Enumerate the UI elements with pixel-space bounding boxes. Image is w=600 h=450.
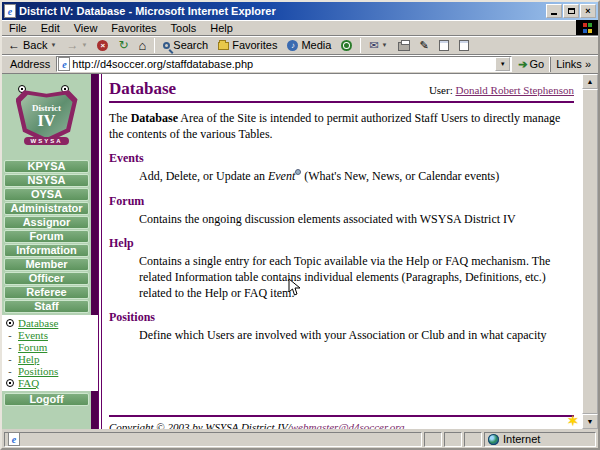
close-button[interactable]: × — [580, 4, 596, 18]
discuss-button[interactable] — [435, 39, 453, 52]
submenu-link-positions[interactable]: Positions — [18, 365, 58, 377]
sidebar-item-administrator[interactable]: Administrator — [4, 202, 89, 215]
intro-paragraph: The Database Area of the Site is intende… — [109, 110, 574, 142]
logo-iv-text: IV — [38, 113, 56, 128]
home-button[interactable]: ⌂ — [134, 38, 150, 53]
menu-edit[interactable]: Edit — [34, 21, 67, 35]
print-icon — [398, 42, 410, 51]
media-icon: ♪ — [287, 40, 298, 51]
starburst-icon: ✶ — [566, 414, 579, 428]
sidebar-item-nsysa[interactable]: NSYSA — [4, 174, 89, 187]
menu-help[interactable]: Help — [203, 21, 240, 35]
user-name-link[interactable]: Donald Robert Stephenson — [455, 84, 574, 96]
address-input[interactable] — [70, 58, 495, 70]
browser-viewport: District IV WSYSA KPYSA NSYSA OYSA Admin… — [2, 74, 598, 429]
search-button[interactable]: Search — [159, 38, 212, 52]
submenu-row: - Forum — [2, 341, 98, 353]
history-button[interactable] — [337, 39, 356, 52]
user-line: User: Donald Robert Stephenson — [429, 84, 574, 96]
media-label: Media — [301, 39, 331, 51]
soccer-ball-bullet-icon — [6, 379, 14, 387]
sidebar-item-logoff[interactable]: Logoff — [4, 393, 89, 406]
history-icon — [341, 40, 352, 51]
sidebar-item-oysa[interactable]: OYSA — [4, 188, 89, 201]
submenu-row: - Positions — [2, 365, 98, 377]
webmaster-email-link[interactable]: webmaster@d4soccer.org — [291, 421, 405, 429]
forward-dropdown-icon: ▼ — [81, 42, 87, 48]
edit-button[interactable]: ✎ — [416, 38, 433, 53]
dash-bullet: - — [2, 342, 18, 353]
menu-file[interactable]: File — [2, 21, 34, 35]
mail-icon: ✉ — [369, 39, 378, 52]
media-button[interactable]: ♪ Media — [283, 38, 335, 52]
menu-tools[interactable]: Tools — [164, 21, 204, 35]
sidebar-item-kpysa[interactable]: KPYSA — [4, 160, 89, 173]
submenu-link-database[interactable]: Database — [18, 317, 58, 329]
section-events: Events Add, Delete, or Update an Event (… — [109, 151, 574, 184]
menu-view[interactable]: View — [67, 21, 105, 35]
sidebar-item-staff[interactable]: Staff — [4, 300, 89, 313]
soccer-ball-bullet-icon — [6, 319, 14, 327]
discuss-icon — [439, 40, 449, 51]
intro-bold: Database — [131, 111, 178, 125]
section-heading: Positions — [109, 310, 574, 325]
sidebar-item-member[interactable]: Member — [4, 258, 89, 271]
submenu-link-help[interactable]: Help — [18, 353, 39, 365]
copyright-text: Copyright © 2003 by WSYSA District IV/ — [109, 421, 291, 429]
menu-bar: File Edit View Favorites Tools Help — [2, 20, 598, 36]
toolbar-separator — [154, 38, 155, 53]
sidebar-nav: KPYSA NSYSA OYSA Administrator Assignor … — [2, 158, 98, 315]
back-dropdown-icon: ▼ — [50, 42, 56, 48]
address-dropdown-button[interactable]: ▼ — [495, 57, 510, 71]
sidebar-item-officer[interactable]: Officer — [4, 272, 89, 285]
status-bar: e Internet — [2, 429, 598, 448]
toolbar-separator — [360, 38, 361, 53]
flag-green — [588, 23, 592, 27]
address-box: e ▼ — [56, 56, 512, 72]
go-button[interactable]: ➔ Go — [512, 58, 550, 71]
sidebar-item-information[interactable]: Information — [4, 244, 89, 257]
page-footer: Copyright © 2003 by WSYSA District IV/we… — [109, 415, 574, 429]
submenu-link-faq[interactable]: FAQ — [18, 377, 39, 389]
submenu-row: Database — [2, 317, 98, 329]
stop-button[interactable]: × — [93, 39, 112, 52]
sidebar-item-forum[interactable]: Forum — [4, 230, 89, 243]
sidebar-item-assignor[interactable]: Assignor — [4, 216, 89, 229]
flag-yellow — [588, 29, 592, 33]
security-zone-pane: Internet — [484, 432, 596, 447]
forward-button[interactable]: → ▼ — [62, 38, 91, 52]
logo-banner-text: WSYSA — [24, 137, 68, 145]
back-button[interactable]: ← Back ▼ — [4, 38, 60, 52]
status-pane — [444, 432, 462, 447]
submenu-link-forum[interactable]: Forum — [18, 341, 47, 353]
section-forum: Forum Contains the ongoing discussion el… — [109, 194, 574, 227]
windows-throbber-icon — [576, 20, 598, 35]
print-button[interactable] — [394, 38, 414, 52]
toolbar: ← Back ▼ → ▼ × ↻ ⌂ Search Favorites ♪ Me… — [2, 36, 598, 55]
favorites-button[interactable]: Favorites — [214, 38, 281, 52]
submenu-link-events[interactable]: Events — [18, 329, 48, 341]
mail-button[interactable]: ✉ ▼ — [365, 38, 391, 53]
zone-label: Internet — [503, 433, 540, 445]
back-icon: ← — [8, 39, 20, 51]
go-label: Go — [530, 58, 545, 70]
page-content: Database User: Donald Robert Stephenson … — [98, 74, 582, 429]
menu-favorites[interactable]: Favorites — [104, 21, 163, 35]
sidebar-item-referee[interactable]: Referee — [4, 286, 89, 299]
scroll-up-button[interactable]: ▲ — [582, 74, 598, 89]
status-page-icon: e — [8, 432, 20, 446]
minimize-button[interactable] — [546, 4, 562, 18]
flag-blue — [583, 29, 587, 33]
url-page-icon: e — [58, 57, 70, 71]
section-heading: Help — [109, 236, 574, 251]
messenger-button[interactable] — [455, 39, 473, 52]
ie-document-icon: e — [4, 4, 16, 18]
links-button[interactable]: Links » — [550, 57, 596, 72]
vertical-scrollbar: ▲ ▼ — [582, 74, 598, 429]
refresh-button[interactable]: ↻ — [114, 38, 132, 52]
status-pane — [424, 432, 442, 447]
scroll-down-button[interactable]: ▼ — [582, 414, 598, 429]
restore-button[interactable] — [563, 4, 579, 18]
scroll-thumb[interactable] — [582, 89, 598, 414]
back-label: Back — [23, 39, 47, 51]
